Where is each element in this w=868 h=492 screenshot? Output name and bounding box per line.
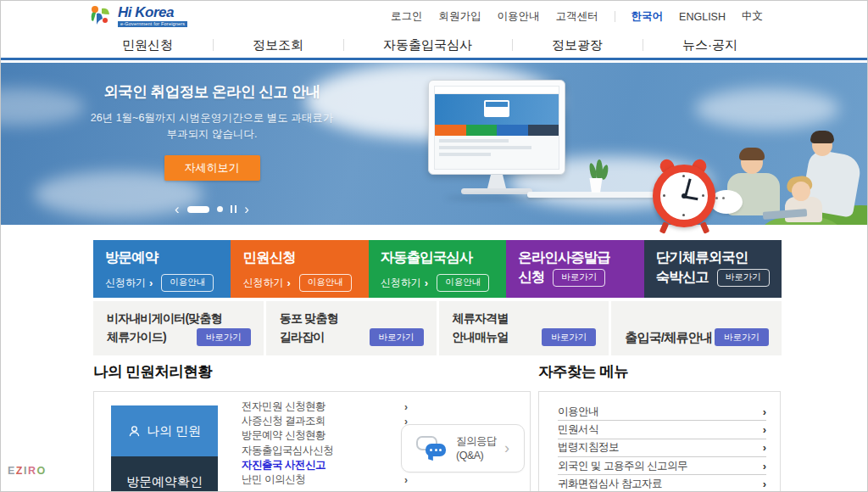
divider xyxy=(615,11,615,22)
tile-guide-badge[interactable]: 이용안내 xyxy=(161,274,214,292)
chevron-right-icon: › xyxy=(763,441,766,454)
alarm-clock-illustration xyxy=(649,158,721,232)
favorites-title: 자주찾는 메뉴 xyxy=(538,361,628,382)
shortcut-button[interactable]: 바로가기 xyxy=(542,328,596,346)
speech-bubbles-icon xyxy=(416,436,448,461)
chevron-right-icon: › xyxy=(404,401,408,413)
tab-visit-confirm[interactable]: 방문예약확인 xyxy=(111,456,218,492)
nav-civil-application[interactable]: 민원신청 xyxy=(100,37,195,53)
list-item-highlighted[interactable]: 자진출국 사전신고› xyxy=(242,458,408,472)
banner-title: 외국인 취업정보 온라인 신고 안내 xyxy=(72,81,352,102)
list-item[interactable]: 사증신청 결과조회› xyxy=(242,414,408,428)
nav-info-square[interactable]: 정보광장 xyxy=(530,37,625,53)
chevron-right-icon: › xyxy=(404,474,408,486)
carousel-pause-icon[interactable] xyxy=(231,205,237,213)
customer-center-link[interactable]: 고객센터 xyxy=(556,9,598,24)
status-list: 전자민원 신청현황› 사증신청 결과조회› 방문예약 신청현황› 자동출입국심사… xyxy=(242,400,408,487)
chevron-right-icon: › xyxy=(149,277,153,289)
list-item[interactable]: 난민 이의신청› xyxy=(242,472,408,487)
carousel-indicator[interactable] xyxy=(217,206,223,212)
tile-online-visa[interactable]: 온라인사증발급 신청 바로가기 xyxy=(506,240,643,298)
nav-smart-entry[interactable]: 자동출입국심사 xyxy=(361,37,494,53)
chevron-right-icon: › xyxy=(763,478,766,490)
nav-info-inquiry[interactable]: 정보조회 xyxy=(231,37,326,53)
divider xyxy=(512,39,513,51)
shortcut-button[interactable]: 바로가기 xyxy=(370,328,424,346)
list-item[interactable]: 외국인 및 고용주의 신고의무› xyxy=(558,457,766,475)
lang-korean[interactable]: 한국어 xyxy=(632,9,664,24)
my-status-title: 나의 민원처리현황 xyxy=(93,361,212,382)
hero-banner: 외국인 취업정보 온라인 신고 안내 26년 1월~6월까지 시범운영기간으로 … xyxy=(0,63,868,225)
tile-smart-entry[interactable]: 자동출입국심사 신청하기› 이용안내 xyxy=(369,240,506,298)
list-item[interactable]: 이용안내› xyxy=(558,403,766,421)
user-icon xyxy=(128,425,141,438)
hikorea-logo-icon xyxy=(86,3,114,29)
tile-lodging-report[interactable]: 단기체류외국인 숙박신고 바로가기 xyxy=(644,240,782,298)
people-illustration xyxy=(704,129,868,225)
list-item[interactable]: 전자민원 신청현황› xyxy=(242,400,408,414)
list-item[interactable]: 민원서식› xyxy=(558,421,766,439)
favorites-panel: 이용안내› 민원서식› 법령지침정보› 외국인 및 고용주의 신고의무› 귀화면… xyxy=(538,391,781,492)
tile-guide-badge[interactable]: 이용안내 xyxy=(299,274,352,292)
cloud-illustration xyxy=(695,88,839,129)
logo-subtitle: e-Government for Foreigners xyxy=(118,21,187,28)
shelf-illustration xyxy=(527,192,654,198)
secondary-service-tiles: 비자내비게이터(맞춤형 체류가이드) 바로가기 동포 맞춤형 길라잡이 바로가기… xyxy=(93,301,782,355)
list-item[interactable]: 귀화면접심사 참고자료› xyxy=(558,475,766,492)
carousel-next-icon[interactable]: › xyxy=(244,202,249,216)
qna-card[interactable]: 질의응답 (Q&A) › xyxy=(401,424,525,472)
hikorea-logo[interactable]: Hi Korea e-Government for Foreigners xyxy=(86,3,187,29)
usage-guide-link[interactable]: 이용안내 xyxy=(498,9,540,24)
banner-subtitle: 26년 1월~6월까지 시범운영기간으로 별도 과태료가 부과되지 않습니다. xyxy=(72,110,352,143)
chevron-right-icon: › xyxy=(504,439,509,457)
monitor-illustration xyxy=(428,80,565,207)
tile-immigration-guide[interactable]: 출입국/체류안내 바로가기 xyxy=(611,301,782,355)
tile-guide-badge[interactable]: 이용안내 xyxy=(437,274,489,292)
chevron-right-icon: › xyxy=(763,460,766,472)
nav-news-notice[interactable]: 뉴스·공지 xyxy=(660,37,760,53)
tile-compatriot-guide[interactable]: 동포 맞춤형 길라잡이 바로가기 xyxy=(266,301,437,355)
favorites-list: 이용안내› 민원서식› 법령지침정보› 외국인 및 고용주의 신고의무› 귀화면… xyxy=(558,403,766,492)
lang-english[interactable]: ENGLISH xyxy=(679,11,726,23)
tile-visa-navigator[interactable]: 비자내비게이터(맞춤형 체류가이드) 바로가기 xyxy=(93,301,264,355)
tile-civil-application[interactable]: 민원신청 신청하기› 이용안내 xyxy=(231,240,368,298)
shortcut-button[interactable]: 바로가기 xyxy=(715,328,769,346)
list-item[interactable]: 자동출입국심사신청› xyxy=(242,444,408,458)
main-navigation: 민원신청 정보조회 자동출입국심사 정보광장 뉴스·공지 xyxy=(0,32,868,60)
eziro-watermark: EZIRO xyxy=(8,465,47,477)
divider xyxy=(213,39,214,51)
login-link[interactable]: 로그인 xyxy=(391,9,423,24)
divider xyxy=(643,39,643,51)
banner-detail-button[interactable]: 자세히보기 xyxy=(164,155,260,181)
lang-chinese[interactable]: 中文 xyxy=(742,9,763,24)
carousel-indicator-active[interactable] xyxy=(187,206,209,213)
tile-visit-reservation[interactable]: 방문예약 신청하기› 이용안내 xyxy=(93,240,231,298)
chevron-right-icon: › xyxy=(763,423,766,436)
divider xyxy=(343,39,344,51)
chevron-right-icon: › xyxy=(287,277,290,289)
tile-shortcut-badge[interactable]: 바로가기 xyxy=(553,269,605,287)
tab-my-civil[interactable]: 나의 민원 xyxy=(111,405,218,456)
tile-stay-manual[interactable]: 체류자격별 안내매뉴얼 바로가기 xyxy=(439,301,609,355)
list-item[interactable]: 방문예약 신청현황› xyxy=(242,428,408,443)
top-utility-bar: Hi Korea e-Government for Foreigners 로그인… xyxy=(0,0,868,32)
banner-carousel-controls: ‹ › xyxy=(72,202,352,216)
tile-shortcut-badge[interactable]: 바로가기 xyxy=(717,269,770,287)
logo-title: Hi Korea xyxy=(118,5,187,20)
shortcut-button[interactable]: 바로가기 xyxy=(197,328,251,346)
my-status-panel: 나의 민원 방문예약확인 전자민원 신청현황› 사증신청 결과조회› 방문예약 … xyxy=(93,391,531,492)
signup-link[interactable]: 회원가입 xyxy=(439,9,481,24)
quick-service-tiles: 방문예약 신청하기› 이용안내 민원신청 신청하기› 이용안내 자동출입국심사 … xyxy=(93,240,782,298)
chevron-right-icon: › xyxy=(763,405,766,418)
list-item[interactable]: 법령지침정보› xyxy=(558,439,766,457)
chevron-right-icon: › xyxy=(425,277,428,289)
carousel-prev-icon[interactable]: ‹ xyxy=(175,202,180,216)
